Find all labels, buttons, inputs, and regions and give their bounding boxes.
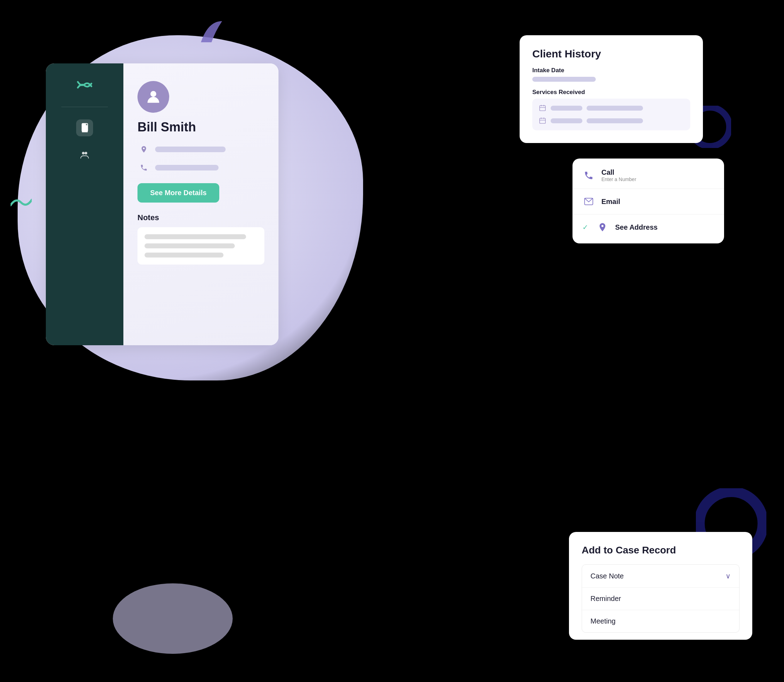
email-label: Email xyxy=(601,198,620,206)
notes-line-1 xyxy=(145,234,246,239)
intake-date-row xyxy=(532,77,690,82)
service-2-long xyxy=(587,118,643,123)
svg-point-5 xyxy=(85,152,88,155)
svg-rect-9 xyxy=(540,118,546,124)
phone-placeholder xyxy=(155,165,219,170)
services-received-label: Services Received xyxy=(532,89,690,96)
bottom-blob-icon xyxy=(113,583,233,654)
client-name: Bill Smith xyxy=(137,120,196,135)
svg-rect-8 xyxy=(540,106,546,111)
call-icon xyxy=(582,169,595,182)
see-more-details-button[interactable]: See More Details xyxy=(137,183,219,202)
service-icon-2 xyxy=(539,117,546,125)
case-record-card: Add to Case Record Case Note ∨ Reminder … xyxy=(569,532,752,640)
avatar-icon xyxy=(145,88,162,106)
service-row-2 xyxy=(539,117,684,125)
notes-label: Notes xyxy=(137,213,264,222)
avatar xyxy=(137,81,169,113)
history-title: Client History xyxy=(532,48,690,60)
case-note-label: Case Note xyxy=(591,572,624,580)
profile-card: Bill Smith xyxy=(46,64,278,345)
sidebar-divider xyxy=(61,107,108,107)
service-icon-1 xyxy=(539,104,546,112)
case-note-item[interactable]: Case Note ∨ xyxy=(582,565,739,588)
teal-swoosh-left-icon xyxy=(11,197,32,208)
phone-row xyxy=(137,161,219,174)
location-icon xyxy=(137,143,150,156)
address-text: See Address xyxy=(615,223,658,231)
email-icon xyxy=(582,195,595,208)
reminder-item[interactable]: Reminder xyxy=(582,588,739,610)
chevron-down-icon: ∨ xyxy=(725,572,731,580)
reminder-label: Reminder xyxy=(591,594,621,603)
call-item[interactable]: Call Enter a Number xyxy=(573,162,724,189)
services-box xyxy=(532,99,690,130)
people-svg xyxy=(79,150,90,161)
logo-svg xyxy=(76,80,93,92)
phone-icon xyxy=(137,161,150,174)
case-record-title: Add to Case Record xyxy=(582,545,739,556)
address-icon xyxy=(596,221,609,234)
document-svg xyxy=(79,123,90,133)
service-1-short xyxy=(551,106,582,111)
svg-rect-3 xyxy=(82,124,88,132)
meeting-item[interactable]: Meeting xyxy=(582,610,739,632)
meeting-label: Meeting xyxy=(591,617,615,625)
service-row-1 xyxy=(539,104,684,112)
svg-point-2 xyxy=(113,583,233,654)
email-text: Email xyxy=(601,198,620,206)
svg-point-7 xyxy=(143,148,145,149)
svg-point-11 xyxy=(601,225,604,227)
sidebar-logo-icon[interactable] xyxy=(76,78,93,94)
address-placeholder xyxy=(155,147,226,152)
notes-box xyxy=(137,227,264,265)
check-icon: ✓ xyxy=(582,223,588,231)
case-record-list: Case Note ∨ Reminder Meeting xyxy=(582,564,739,633)
sidebar-document-icon[interactable] xyxy=(76,120,93,136)
notes-line-2 xyxy=(145,244,235,249)
svg-point-4 xyxy=(82,152,85,155)
sidebar-people-icon[interactable] xyxy=(76,147,93,164)
call-text: Call Enter a Number xyxy=(601,168,636,182)
sidebar xyxy=(46,64,123,345)
email-item[interactable]: Email xyxy=(573,189,724,215)
service-1-long xyxy=(587,106,643,111)
main-scene: Bill Smith xyxy=(0,0,784,682)
call-sub: Enter a Number xyxy=(601,177,636,182)
contact-card: Call Enter a Number Email ✓ xyxy=(573,159,724,244)
address-label: See Address xyxy=(615,223,658,231)
purple-swoosh-top-icon xyxy=(197,18,226,46)
notes-line-3 xyxy=(145,253,224,258)
call-label: Call xyxy=(601,168,636,177)
address-item[interactable]: ✓ See Address xyxy=(573,215,724,240)
profile-content: Bill Smith xyxy=(123,64,278,345)
intake-date-value xyxy=(532,77,596,82)
address-row xyxy=(137,143,226,156)
client-history-card: Client History Intake Date Services Rece… xyxy=(520,35,703,143)
notes-section: Notes xyxy=(137,213,264,265)
intake-date-label: Intake Date xyxy=(532,67,690,74)
service-2-short xyxy=(551,118,582,123)
svg-point-6 xyxy=(150,91,156,97)
